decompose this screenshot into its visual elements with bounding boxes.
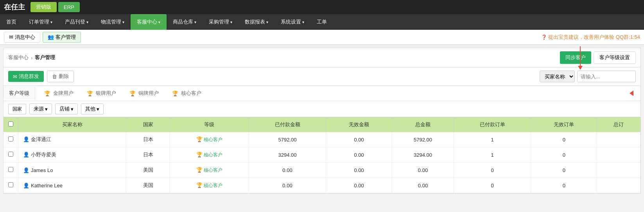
nav-orders[interactable]: 订单管理 ▾ — [23, 14, 59, 30]
erp-btn[interactable]: ERP — [58, 2, 80, 12]
customer-level-settings-button[interactable]: 客户等级设置 — [594, 51, 636, 64]
row-level: 🏆核心客户 — [170, 163, 249, 178]
nav-home[interactable]: 首页 — [0, 14, 23, 30]
row-invalid-amount: 0.00 — [326, 147, 392, 163]
row-paid-orders: 1 — [454, 147, 531, 163]
level-tabs: 客户等级 🏆 金牌用户 🏆 银牌用户 🏆 铜牌用户 🏆 核心客户 — [3, 86, 641, 101]
row-select-checkbox[interactable] — [8, 152, 13, 157]
toolbar: ✉ 消息群发 🗑 删除 买家名称 — [3, 67, 641, 86]
nav-workorder[interactable]: 工单 — [310, 14, 333, 30]
table-row: 👤Katherine Lee 美国 🏆核心客户 0.00 0.00 0.00 0… — [4, 178, 640, 193]
row-checkbox[interactable] — [4, 147, 18, 163]
row-checkbox[interactable] — [4, 178, 18, 193]
main-nav: 首页 订单管理 ▾ 产品刊登 ▾ 物流管理 ▾ 客服中心 ▾ 商品仓库 ▾ 采购… — [0, 14, 644, 30]
tab-core-customer[interactable]: 🏆 核心客户 — [166, 87, 207, 99]
nav-reports[interactable]: 数据报表 ▾ — [239, 14, 274, 30]
row-country: 日本 — [126, 132, 170, 147]
chevron-down-icon: ▾ — [230, 20, 232, 24]
col-total-orders: 总订 — [597, 117, 640, 132]
col-paid-amount: 已付款金额 — [249, 117, 326, 132]
row-invalid-amount: 0.00 — [326, 132, 392, 147]
breadcrumb-customer-service[interactable]: 客服中心 — [8, 54, 29, 61]
breadcrumb-customer-management: 客户管理 — [35, 54, 55, 61]
col-paid-orders: 已付款订单 — [454, 117, 531, 132]
customer-management-btn[interactable]: 👥 客户管理 — [43, 32, 81, 43]
filter-bar: 国家 来源 ▾ 店铺 ▾ 其他 ▾ — [3, 101, 641, 117]
mass-message-button[interactable]: ✉ 消息群发 — [8, 71, 44, 82]
row-total-orders — [597, 163, 640, 178]
row-total-amount: 0.00 — [392, 178, 454, 193]
row-checkbox[interactable] — [4, 132, 18, 147]
chevron-down-icon: ▾ — [86, 20, 88, 24]
row-country: 美国 — [126, 178, 170, 193]
level-tab-right — [630, 91, 637, 96]
row-buyer-name: 👤Katherine Lee — [18, 178, 126, 193]
breadcrumb-separator: › — [31, 55, 32, 61]
trophy-core-icon: 🏆 — [172, 91, 178, 96]
delete-button[interactable]: 🗑 删除 — [47, 71, 74, 82]
trophy-gold-icon: 🏆 — [44, 91, 50, 96]
trophy-bronze-icon: 🏆 — [129, 91, 136, 96]
sync-customers-button[interactable]: 同步客户 — [560, 51, 591, 64]
filter-country-btn[interactable]: 国家 — [8, 104, 26, 114]
search-type-select[interactable]: 买家名称 — [540, 71, 575, 82]
row-country: 日本 — [126, 147, 170, 163]
message-icon: ✉ — [9, 34, 13, 40]
logo: 在任主 — [4, 2, 25, 12]
trophy-silver-icon: 🏆 — [87, 91, 93, 96]
chevron-down-icon: ▾ — [97, 106, 99, 112]
row-invalid-orders: 0 — [531, 147, 597, 163]
chevron-down-icon: ▾ — [122, 20, 124, 24]
filter-source-btn[interactable]: 来源 ▾ — [29, 103, 52, 114]
chevron-down-icon: ▾ — [45, 106, 48, 112]
row-select-checkbox[interactable] — [8, 136, 13, 141]
filter-other-btn[interactable]: 其他 ▾ — [81, 103, 104, 114]
table-row: 👤金澤通江 日本 🏆核心客户 5792.00 0.00 5792.00 1 0 — [4, 132, 640, 147]
col-invalid-amount: 无效金额 — [326, 117, 392, 132]
feedback-text: ❓ 提出宝贵建议，改善用户体验 QQ群:1:54 — [541, 34, 640, 41]
marketing-version-btn[interactable]: 营销版 — [30, 2, 57, 12]
trophy-icon: 🏆 — [196, 152, 203, 158]
search-input[interactable] — [577, 71, 636, 82]
tab-silver-user[interactable]: 🏆 银牌用户 — [81, 87, 122, 99]
trophy-icon: 🏆 — [196, 182, 203, 188]
col-country: 国家 — [126, 117, 170, 132]
nav-settings[interactable]: 系统设置 ▾ — [274, 14, 310, 30]
row-paid-amount: 0.00 — [249, 163, 326, 178]
customer-icon: 👥 — [48, 34, 54, 40]
table-row: 👤James Lo 美国 🏆核心客户 0.00 0.00 0.00 0 0 — [4, 163, 640, 178]
row-select-checkbox[interactable] — [8, 182, 13, 187]
row-total-orders — [597, 147, 640, 163]
triangle-left-icon — [630, 91, 633, 96]
col-checkbox — [4, 117, 18, 132]
level-label: 客户等级 — [4, 87, 35, 100]
nav-products[interactable]: 产品刊登 ▾ — [59, 14, 95, 30]
chevron-down-icon: ▾ — [194, 20, 196, 24]
row-checkbox[interactable] — [4, 163, 18, 178]
customer-icon: 👤 — [23, 152, 29, 158]
row-total-orders — [597, 178, 640, 193]
trophy-icon: 🏆 — [196, 136, 203, 142]
nav-purchase[interactable]: 采购管理 ▾ — [203, 14, 239, 30]
row-paid-amount: 3294.00 — [249, 147, 326, 163]
tab-bronze-user[interactable]: 🏆 铜牌用户 — [124, 87, 165, 99]
customer-table-wrap: 买家名称 国家 等级 已付款金额 无效金额 总金额 已付款订单 无效订单 总订 … — [3, 117, 641, 194]
message-icon: ✉ — [13, 74, 17, 80]
customer-icon: 👤 — [23, 183, 29, 188]
sub-nav: ✉ 消息中心 👥 客户管理 ❓ 提出宝贵建议，改善用户体验 QQ群:1:54 — [0, 30, 644, 45]
row-paid-amount: 5792.00 — [249, 132, 326, 147]
nav-warehouse[interactable]: 商品仓库 ▾ — [167, 14, 203, 30]
arrow-annotation — [578, 46, 583, 70]
chevron-down-icon: ▾ — [71, 106, 74, 112]
message-center-btn[interactable]: ✉ 消息中心 — [4, 32, 40, 43]
select-all-checkbox[interactable] — [8, 121, 13, 127]
top-bar: 在任主 营销版 ERP — [0, 0, 644, 14]
filter-shop-btn[interactable]: 店铺 ▾ — [55, 103, 78, 114]
row-level: 🏆核心客户 — [170, 132, 249, 147]
row-select-checkbox[interactable] — [8, 167, 13, 172]
nav-customer-service[interactable]: 客服中心 ▾ — [131, 14, 167, 30]
tab-gold-user[interactable]: 🏆 金牌用户 — [38, 87, 79, 99]
nav-logistics[interactable]: 物流管理 ▾ — [95, 14, 131, 30]
row-paid-orders: 0 — [454, 178, 531, 193]
row-total-amount: 3294.00 — [392, 147, 454, 163]
